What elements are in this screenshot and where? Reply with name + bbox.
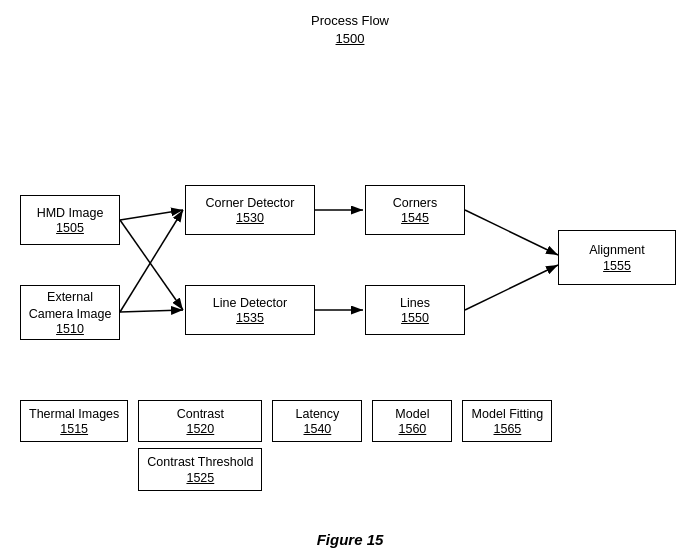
hmd-num: 1505 xyxy=(56,221,84,235)
title-line2: 1500 xyxy=(0,30,700,48)
line-det-label: Line Detector xyxy=(213,295,287,311)
svg-line-1 xyxy=(120,210,183,220)
contrast-num: 1520 xyxy=(186,422,214,436)
box-model: Model 1560 xyxy=(372,400,452,442)
box-contrast: Contrast 1520 xyxy=(138,400,262,442)
box-contrast-thresh: Contrast Threshold 1525 xyxy=(138,448,262,490)
latency-label: Latency xyxy=(296,406,340,422)
contrast-thresh-num: 1525 xyxy=(186,471,214,485)
alignment-label: Alignment xyxy=(589,242,645,258)
lines-label: Lines xyxy=(400,295,430,311)
box-hmd: HMD Image 1505 xyxy=(20,195,120,245)
figure-caption: Figure 15 xyxy=(0,531,700,548)
thermal-label: Thermal Images xyxy=(29,406,119,422)
extcam-label: External Camera Image xyxy=(29,289,112,322)
thermal-num: 1515 xyxy=(60,422,88,436)
box-latency: Latency 1540 xyxy=(272,400,362,442)
box-corners: Corners 1545 xyxy=(365,185,465,235)
bottom-row: Thermal Images 1515 Contrast 1520 Contra… xyxy=(0,390,700,491)
corners-num: 1545 xyxy=(401,211,429,225)
corner-det-num: 1530 xyxy=(236,211,264,225)
box-corner-det: Corner Detector 1530 xyxy=(185,185,315,235)
box-extcam: External Camera Image 1510 xyxy=(20,285,120,340)
title-line1: Process Flow xyxy=(0,12,700,30)
svg-line-3 xyxy=(120,210,183,312)
model-fitting-label: Model Fitting xyxy=(472,406,544,422)
svg-line-8 xyxy=(465,265,558,310)
contrast-col: Contrast 1520 Contrast Threshold 1525 xyxy=(138,400,262,491)
diagram-area: HMD Image 1505 External Camera Image 151… xyxy=(0,55,700,435)
svg-line-7 xyxy=(465,210,558,255)
alignment-num: 1555 xyxy=(603,259,631,273)
svg-line-4 xyxy=(120,310,183,312)
box-line-det: Line Detector 1535 xyxy=(185,285,315,335)
box-thermal: Thermal Images 1515 xyxy=(20,400,128,442)
contrast-thresh-label: Contrast Threshold xyxy=(147,454,253,470)
corners-label: Corners xyxy=(393,195,437,211)
lines-num: 1550 xyxy=(401,311,429,325)
svg-line-2 xyxy=(120,220,183,310)
hmd-label: HMD Image xyxy=(37,205,104,221)
box-alignment: Alignment 1555 xyxy=(558,230,676,285)
latency-num: 1540 xyxy=(303,422,331,436)
box-model-fitting: Model Fitting 1565 xyxy=(462,400,552,442)
page-title: Process Flow 1500 xyxy=(0,0,700,48)
model-num: 1560 xyxy=(398,422,426,436)
model-label: Model xyxy=(395,406,429,422)
corner-det-label: Corner Detector xyxy=(206,195,295,211)
line-det-num: 1535 xyxy=(236,311,264,325)
box-lines: Lines 1550 xyxy=(365,285,465,335)
model-fitting-num: 1565 xyxy=(493,422,521,436)
extcam-num: 1510 xyxy=(56,322,84,336)
bottom-boxes: Thermal Images 1515 Contrast 1520 Contra… xyxy=(0,390,562,491)
contrast-label: Contrast xyxy=(177,406,224,422)
